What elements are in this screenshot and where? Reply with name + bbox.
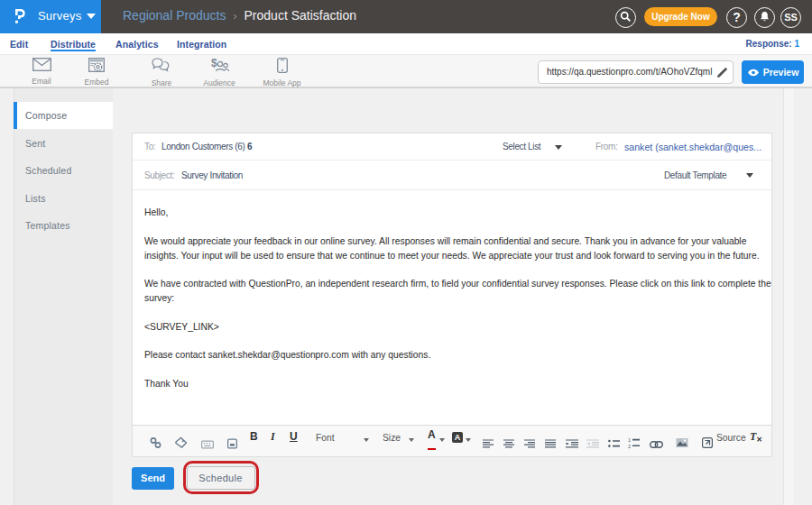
svg-text:1: 1 (628, 437, 631, 443)
svg-text:2: 2 (628, 444, 631, 449)
svg-text:$: $ (211, 58, 217, 69)
